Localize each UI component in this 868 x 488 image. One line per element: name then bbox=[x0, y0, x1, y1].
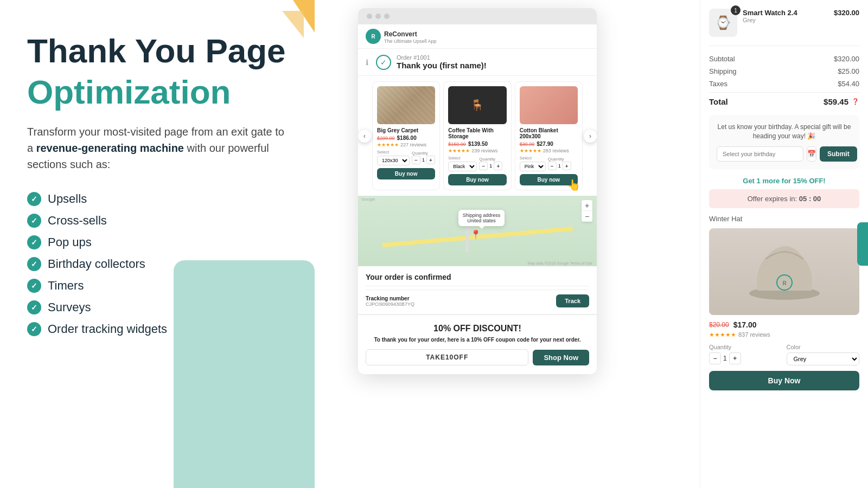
qty-color-row: Quantity − 1 + Color Grey Black White Be… bbox=[709, 344, 859, 365]
offer-section: Get 1 more for 15% OFF! Offer expires in… bbox=[709, 177, 859, 208]
features-list: Upsells Cross-sells Pop ups Birthday col… bbox=[27, 192, 293, 336]
carousel-prev-button[interactable]: ‹ bbox=[358, 130, 371, 143]
offer-timer: Offer expires in: 05 : 00 bbox=[709, 189, 859, 208]
reconvert-logo: R ReConvert The Ultimate Upsell App bbox=[366, 29, 437, 44]
total-help-icon[interactable]: ❓ bbox=[852, 98, 859, 105]
right-panel: ⌚ 1 Smart Watch 2.4 Grey $320.00 Subtota… bbox=[700, 0, 868, 488]
hat-buy-now-button[interactable]: Buy Now bbox=[709, 371, 859, 390]
birthday-section: Let us know your birthday. A special gif… bbox=[709, 115, 859, 169]
buy-now-carpet[interactable]: Buy now bbox=[377, 168, 435, 179]
feature-upsells: Upsells bbox=[27, 192, 293, 206]
browser-dot-2 bbox=[375, 14, 381, 19]
logo-text-block: ReConvert The Ultimate Upsell App bbox=[384, 29, 437, 44]
check-icon bbox=[27, 300, 41, 314]
check-icon bbox=[27, 192, 41, 206]
cart-item: ⌚ 1 Smart Watch 2.4 Grey $320.00 bbox=[709, 9, 859, 46]
color-select[interactable]: Grey Black White Beige bbox=[787, 352, 860, 365]
qty-minus-blanket[interactable]: − bbox=[548, 162, 557, 170]
map-pin-icon: 📍 bbox=[470, 229, 481, 240]
hat-image: R bbox=[709, 228, 859, 315]
map-zoom-out[interactable]: − bbox=[582, 211, 592, 222]
product-carousel: ‹ › Big Grey Carpet $209.00 $186.00 ★★★★… bbox=[358, 76, 597, 196]
stepper-plus[interactable]: + bbox=[729, 352, 741, 364]
birthday-input-row: 📅 Submit bbox=[717, 146, 852, 162]
order-section: ℹ ✓ Order #1001 Thank you (first name)! bbox=[358, 49, 597, 76]
feature-surveys: Surveys bbox=[27, 300, 293, 314]
product-image-blanket bbox=[520, 86, 578, 124]
cart-item-image-wrap: ⌚ 1 bbox=[709, 9, 737, 37]
middle-panel: R ReConvert The Ultimate Upsell App ℹ ✓ … bbox=[315, 0, 700, 488]
buy-now-table[interactable]: Buy now bbox=[448, 174, 506, 185]
check-icon bbox=[27, 235, 41, 249]
shop-now-button[interactable]: Shop Now bbox=[533, 350, 589, 365]
qty-stepper: − 1 + bbox=[709, 352, 782, 364]
product-select-carpet[interactable]: 120x30 bbox=[377, 156, 410, 165]
order-confirmed-section: Your order is confirmed Tracking number … bbox=[358, 266, 597, 314]
cart-item-badge: 1 bbox=[731, 5, 741, 15]
map-section: Shipping address United states 📍 + − Goo… bbox=[358, 196, 597, 266]
browser-bar bbox=[358, 8, 597, 24]
divider-2 bbox=[366, 290, 589, 290]
qty-plus-table[interactable]: + bbox=[494, 162, 502, 170]
browser-window: R ReConvert The Ultimate Upsell App ℹ ✓ … bbox=[358, 8, 597, 374]
left-panel: Thank You Page Optimization Transform yo… bbox=[0, 0, 315, 488]
calendar-icon[interactable]: 📅 bbox=[807, 146, 816, 162]
color-section: Color Grey Black White Beige bbox=[787, 344, 860, 365]
feature-crosssells: Cross-sells bbox=[27, 214, 293, 228]
logo-icon: R bbox=[366, 29, 381, 44]
order-check-icon: ✓ bbox=[376, 55, 391, 70]
winter-hat-section: Winter Hat R $20.00 $17.00 ★★★★★ 837 rev… bbox=[709, 215, 859, 390]
carousel-next-button[interactable]: › bbox=[584, 130, 597, 143]
product-image-table: 🪑 bbox=[448, 86, 506, 124]
qty-plus-carpet[interactable]: + bbox=[426, 156, 435, 164]
google-logo: Google bbox=[358, 196, 597, 203]
quantity-section: Quantity − 1 + bbox=[709, 344, 782, 365]
map-tooltip: Shipping address United states bbox=[458, 210, 505, 226]
feature-timers: Timers bbox=[27, 279, 293, 293]
stepper-minus[interactable]: − bbox=[709, 352, 721, 364]
reconvert-header: R ReConvert The Ultimate Upsell App bbox=[358, 24, 597, 49]
product-select-blanket[interactable]: Pink bbox=[520, 162, 546, 171]
tracking-info: Tracking number CJPCI90909430B7YQ bbox=[366, 296, 414, 307]
subtotal-row: Subtotal $320.00 bbox=[709, 55, 859, 63]
qty-control-table: − 1 + bbox=[479, 162, 502, 170]
track-button[interactable]: Track bbox=[556, 294, 589, 307]
product-card-blanket: Cotton Blanket 200x300 $30.00 $27.90 ★★★… bbox=[515, 81, 583, 190]
shipping-row: Shipping $25.00 bbox=[709, 67, 859, 75]
hat-price-row: $20.00 $17.00 bbox=[709, 320, 859, 329]
hat-stars-row: ★★★★★ 837 reviews bbox=[709, 331, 859, 338]
qty-minus-carpet[interactable]: − bbox=[412, 156, 420, 164]
map-data-attribution: Map data ©2018 Google Terms of Use bbox=[528, 261, 592, 265]
tracking-row: Tracking number CJPCI90909430B7YQ Track bbox=[366, 294, 589, 307]
main-title-line2: Optimization bbox=[27, 74, 293, 111]
product-image-carpet bbox=[377, 86, 435, 124]
birthday-submit-button[interactable]: Submit bbox=[820, 146, 857, 162]
map-zoom-controls: + − bbox=[582, 200, 592, 222]
discount-subtitle: To thank you for your order, here is a 1… bbox=[366, 337, 589, 343]
qty-control-blanket: − 1 + bbox=[548, 162, 571, 170]
product-card-carpet: Big Grey Carpet $209.00 $186.00 ★★★★★ 22… bbox=[372, 81, 440, 190]
coupon-row: TAKE10OFF Shop Now bbox=[366, 349, 589, 365]
scroll-tab[interactable] bbox=[857, 222, 868, 266]
birthday-input[interactable] bbox=[717, 146, 803, 162]
help-icon: ℹ bbox=[366, 58, 368, 67]
main-title-line1: Thank You Page bbox=[27, 33, 293, 69]
product-select-table[interactable]: Black bbox=[448, 162, 477, 171]
map-background: Shipping address United states 📍 + − Goo… bbox=[358, 196, 597, 266]
cursor-icon: 👆 bbox=[567, 178, 580, 191]
discount-section: 10% OFF DISCOUNT! To thank you for your … bbox=[358, 314, 597, 374]
order-text-block: Order #1001 Thank you (first name)! bbox=[397, 54, 487, 70]
offer-title: Get 1 more for 15% OFF! bbox=[709, 177, 859, 185]
qty-control-carpet: − 1 + bbox=[412, 156, 435, 164]
check-icon bbox=[27, 257, 41, 271]
svg-text:R: R bbox=[782, 280, 787, 286]
coupon-code: TAKE10OFF bbox=[366, 349, 528, 365]
left-content: Thank You Page Optimization Transform yo… bbox=[27, 33, 293, 336]
check-icon bbox=[27, 214, 41, 228]
feature-tracking: Order tracking widgets bbox=[27, 322, 293, 336]
qty-plus-blanket[interactable]: + bbox=[563, 162, 571, 170]
taxes-row: Taxes $54.40 bbox=[709, 80, 859, 88]
map-zoom-in[interactable]: + bbox=[582, 200, 592, 211]
qty-minus-table[interactable]: − bbox=[479, 162, 488, 170]
browser-content: R ReConvert The Ultimate Upsell App ℹ ✓ … bbox=[358, 24, 597, 374]
